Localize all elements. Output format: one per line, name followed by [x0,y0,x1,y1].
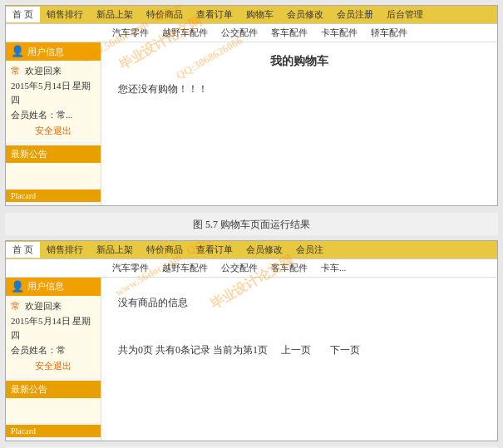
cat2-offroad[interactable]: 越野车配件 [155,260,215,276]
cat-sedan[interactable]: 轿车配件 [364,25,414,41]
nav-item-sale[interactable]: 特价商品 [140,7,190,22]
logout-button-2[interactable]: 安全退出 [35,361,72,371]
cart-message: 您还没有购物！！！ [118,79,481,100]
no-goods-msg: 没有商品的信息 [118,289,481,313]
nav-item-cart[interactable]: 购物车 [239,7,280,22]
nav2-item-orders[interactable]: 查看订单 [190,242,239,258]
main-layout-1: 👤 用户信息 常 欢迎回来 2015年5月14日 星期四 会员姓名：常... 安… [6,42,497,205]
sidebar-notice-section: 最新公告 Placard [6,145,101,202]
sidebar2-user-title: 用户信息 [27,280,64,293]
sidebar-date: 2015年5月14日 星期四 [11,79,96,108]
prev-page-link[interactable]: 上一页 [281,344,311,356]
sidebar2-notice-title: 最新公告 [11,383,47,396]
fig1-caption: 图 5.7 购物车页面运行结果 [5,213,498,235]
sidebar2-notice-section: 最新公告 Placard [6,381,101,437]
cat2-auto[interactable]: 汽车零件 [106,260,155,276]
sidebar-notice-header: 最新公告 [6,145,101,163]
browser-mock-order: www.56doc.com QQ:3068626066 毕业设计论文网 首 页 … [5,240,498,441]
next-page-link[interactable]: 下一页 [330,344,360,356]
nav-item-home[interactable]: 首 页 [6,7,40,22]
user-icon-2: 👤 [11,280,24,293]
user-icon: 👤 [11,45,24,58]
sidebar2-date: 2015年5月14日 星期四 [11,314,96,343]
sidebar-welcome: 常 欢迎回来 [11,64,96,79]
sidebar-user-title: 用户信息 [27,46,64,58]
nav-item-register[interactable]: 会员注册 [330,7,380,22]
pagination-info: 共为0页 共有0条记录 当前为第1页 [118,344,268,356]
sidebar2-notice-body [6,398,101,423]
pagination-row: 共为0页 共有0条记录 当前为第1页 上一页 下一页 [118,338,481,361]
order-content: 没有商品的信息 共为0页 共有0条记录 当前为第1页 上一页 下一页 [101,278,497,441]
placard-text: Placard [11,191,36,200]
cart-title: 我的购物车 [118,54,481,69]
sidebar-user-body: 常 欢迎回来 2015年5月14日 星期四 会员姓名：常... 安全退出 [6,61,101,142]
sidebar-placard: Placard [6,190,101,202]
sidebar-user-section: 👤 用户信息 常 欢迎回来 2015年5月14日 星期四 会员姓名：常... 安… [6,42,101,142]
cat2-bus[interactable]: 公交配件 [215,260,264,276]
nav2-item-new[interactable]: 新品上架 [90,242,140,258]
cat2-passenger[interactable]: 客车配件 [264,260,314,276]
cat-passenger[interactable]: 客车配件 [264,25,314,41]
cat-offroad[interactable]: 越野车配件 [155,25,215,41]
screenshot-container: www.56doc.com QQ:3068626066 毕业设计论文网 QQ:3… [0,0,503,448]
cat2-truck[interactable]: 卡车... [314,260,353,276]
nav2-item-home[interactable]: 首 页 [6,242,40,258]
nav-item-new[interactable]: 新品上架 [90,7,140,22]
nav-item-member[interactable]: 会员修改 [280,7,330,22]
sidebar-notice-body [6,163,101,188]
sidebar2-placard: Placard [6,425,101,437]
nav2-item-register[interactable]: 会员注 [289,242,330,258]
cat-bus[interactable]: 公交配件 [215,25,264,41]
cart-content: 我的购物车 您还没有购物！！！ [101,42,497,205]
nav-bar-1: 首 页 销售排行 新品上架 特价商品 查看订单 购物车 会员修改 会员注册 后台… [6,6,497,24]
nav-item-admin[interactable]: 后台管理 [380,7,430,22]
nav2-item-member[interactable]: 会员修改 [239,242,289,258]
welcome-text: 欢迎回来 [25,66,62,76]
sidebar-user-header: 👤 用户信息 [6,42,101,61]
cat-auto-parts[interactable]: 汽车零件 [106,25,155,41]
sidebar2-welcome: 常 欢迎回来 [11,299,96,314]
sidebar-member: 会员姓名：常... [11,108,96,123]
nav2-item-sale[interactable]: 特价商品 [140,242,190,258]
sidebar2-user-header: 👤 用户信息 [6,278,101,296]
fig1-caption-text: 图 5.7 购物车页面运行结果 [193,219,310,230]
placard-text-2: Placard [11,426,36,436]
cat-bar-1: 汽车零件 越野车配件 公交配件 客车配件 卡车配件 轿车配件 [6,24,497,42]
cat-truck[interactable]: 卡车配件 [314,25,364,41]
sidebar-2: 👤 用户信息 常 欢迎回来 2015年5月14日 星期四 会员姓名：常 安全退出 [6,278,101,441]
cat-bar-2: 汽车零件 越野车配件 公交配件 客车配件 卡车... [6,259,497,278]
nav-item-sales[interactable]: 销售排行 [40,7,90,22]
browser-mock-cart: www.56doc.com QQ:3068626066 毕业设计论文网 QQ:3… [5,5,498,206]
sidebar2-user-body: 常 欢迎回来 2015年5月14日 星期四 会员姓名：常 安全退出 [6,296,101,377]
sidebar2-notice-header: 最新公告 [6,381,101,398]
nav-bar-2: 首 页 销售排行 新品上架 特价商品 查看订单 会员修改 会员注 [6,241,497,259]
main-layout-2: 👤 用户信息 常 欢迎回来 2015年5月14日 星期四 会员姓名：常 安全退出 [6,278,497,441]
sidebar-notice-title: 最新公告 [11,148,47,160]
sidebar2-member: 会员姓名：常 [11,343,96,358]
sidebar-1: 👤 用户信息 常 欢迎回来 2015年5月14日 星期四 会员姓名：常... 安… [6,42,101,205]
nav-item-orders[interactable]: 查看订单 [190,7,239,22]
sidebar2-user-section: 👤 用户信息 常 欢迎回来 2015年5月14日 星期四 会员姓名：常 安全退出 [6,278,101,377]
nav2-item-sales[interactable]: 销售排行 [40,242,90,258]
logout-button[interactable]: 安全退出 [35,126,72,135]
